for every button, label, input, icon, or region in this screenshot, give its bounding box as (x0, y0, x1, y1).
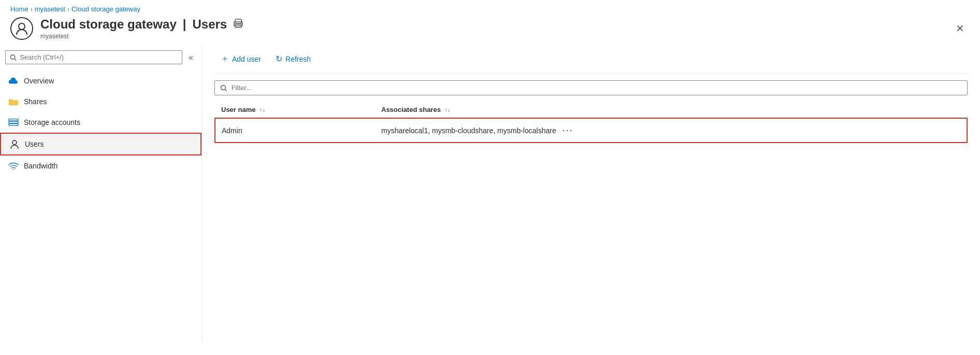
svg-line-6 (15, 59, 16, 60)
page-title-section: Users (192, 17, 227, 32)
nav-item-shares[interactable]: Shares (0, 91, 201, 112)
resource-avatar (10, 17, 33, 40)
row-more-button[interactable]: ··· (558, 124, 578, 137)
sidebar: « Overview Shares (0, 44, 202, 342)
svg-point-10 (12, 140, 17, 145)
title-separator: | (183, 17, 186, 32)
users-table: User name ↑↓ Associated shares ↑↓ Admin … (214, 102, 968, 143)
nav-item-overview[interactable]: Overview (0, 70, 201, 91)
nav-item-users[interactable]: Users (0, 133, 201, 155)
add-icon: ＋ (221, 53, 229, 64)
svg-rect-8 (9, 121, 18, 123)
col-header-associated-shares[interactable]: Associated shares ↑↓ (375, 102, 967, 118)
breadcrumb-home[interactable]: Home (10, 5, 28, 13)
svg-point-11 (13, 169, 14, 170)
nav-label-shares: Shares (24, 97, 47, 106)
col-header-username[interactable]: User name ↑↓ (215, 102, 375, 118)
filter-input[interactable] (232, 84, 962, 92)
refresh-button[interactable]: ↻ Refresh (269, 51, 317, 67)
svg-point-5 (10, 54, 15, 59)
refresh-icon: ↻ (276, 54, 282, 64)
content-area: ＋ Add user ↻ Refresh User name ↑↓ (202, 44, 980, 342)
close-icon[interactable]: ✕ (956, 22, 964, 35)
nav-label-users: Users (25, 140, 44, 148)
nav-label-overview: Overview (24, 77, 54, 85)
person-icon (9, 139, 20, 149)
cloud-icon (8, 76, 19, 86)
cell-username: Admin (215, 118, 375, 143)
collapse-button[interactable]: « (185, 51, 196, 64)
cell-associated-shares: mysharelocal1, mysmb-cloudshare, mysmb-l… (375, 118, 967, 143)
sort-username-icon[interactable]: ↑↓ (260, 107, 265, 113)
svg-point-0 (19, 23, 25, 30)
search-input[interactable] (20, 53, 178, 61)
breadcrumb-current[interactable]: Cloud storage gateway (71, 5, 140, 13)
breadcrumb: Home › myasetest › Cloud storage gateway (0, 0, 980, 15)
nav-item-storage-accounts[interactable]: Storage accounts (0, 112, 201, 133)
svg-point-4 (240, 23, 241, 24)
add-user-button[interactable]: ＋ Add user (214, 50, 267, 67)
nav-item-bandwidth[interactable]: Bandwidth (0, 155, 201, 176)
svg-rect-9 (9, 124, 18, 126)
svg-point-12 (221, 85, 225, 90)
add-user-label: Add user (232, 55, 261, 63)
toolbar: ＋ Add user ↻ Refresh (214, 44, 968, 74)
filter-search-icon (220, 84, 227, 92)
nav-label-storage-accounts: Storage accounts (24, 118, 80, 126)
print-icon[interactable] (233, 18, 243, 31)
page-header: Cloud storage gateway | Users myasetest … (0, 15, 980, 44)
table-row[interactable]: Admin mysharelocal1, mysmb-cloudshare, m… (215, 118, 967, 143)
svg-line-13 (225, 89, 226, 91)
breadcrumb-resource[interactable]: myasetest (35, 5, 65, 13)
storage-icon (8, 117, 19, 127)
page-title-resource: Cloud storage gateway (40, 17, 177, 32)
search-box[interactable] (5, 50, 182, 64)
svg-rect-7 (9, 119, 18, 121)
folder-icon (8, 96, 19, 107)
search-icon (10, 54, 17, 61)
wifi-icon (8, 161, 19, 171)
nav-label-bandwidth: Bandwidth (24, 162, 57, 170)
refresh-label: Refresh (285, 55, 311, 63)
page-subtitle: myasetest (40, 33, 243, 40)
sort-shares-icon[interactable]: ↑↓ (445, 107, 451, 113)
filter-container[interactable] (214, 80, 968, 95)
svg-rect-1 (235, 19, 241, 23)
